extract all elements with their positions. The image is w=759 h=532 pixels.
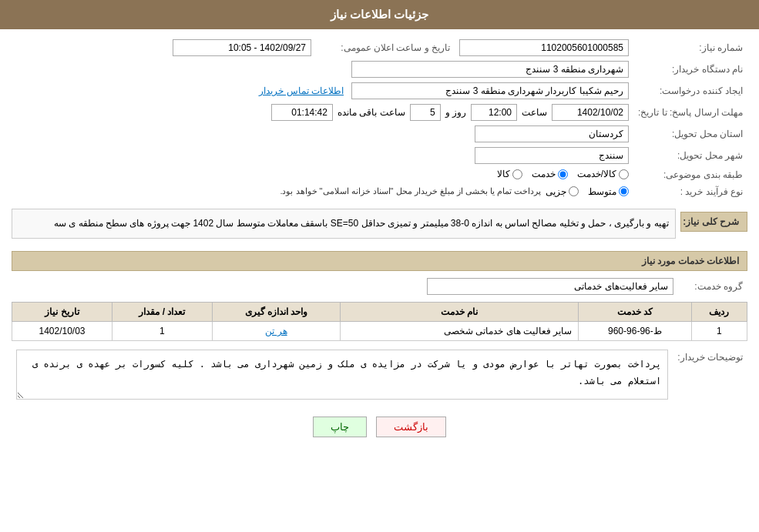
announce-date-cell: 1402/09/27 - 10:05 (12, 37, 316, 59)
announce-date-value: 1402/09/27 - 10:05 (173, 39, 311, 56)
label-creator: ایجاد کننده درخواست: (633, 80, 747, 102)
th-code: کد خدمت (579, 303, 691, 322)
province-value: کردستان (475, 125, 629, 142)
service-group-row: گروه خدمت: سایر فعالیت‌های خدماتی (12, 276, 747, 297)
th-row-num: ردیف (691, 303, 747, 322)
category-option-kala-khedmat[interactable]: کالا/خدمت (577, 169, 629, 179)
buttons-row: بازگشت چاپ (12, 409, 747, 450)
category-radio-khedmat[interactable] (558, 169, 568, 179)
deadline-row-flex: 1402/10/02 ساعت 12:00 روز و 5 ساعت باقی … (16, 104, 629, 121)
services-table-head: ردیف کد خدمت نام خدمت واحد اندازه گیری ت… (12, 303, 747, 322)
label-need-number: شماره نیاز: (633, 37, 747, 59)
creator-cell: رحیم شکیبا کاربردار شهرداری منطقه 3 سنند… (12, 80, 633, 102)
category-label-kala: کالا (497, 169, 510, 179)
th-quantity: تعداد / مقدار (112, 303, 212, 322)
deadline-date-value: 1402/10/02 (552, 104, 629, 121)
purchase-type-option-motavasset[interactable]: متوسط (588, 186, 629, 197)
label-purchase-type: نوع فرآیند خرید : (633, 184, 747, 199)
purchase-type-note: پرداخت تمام یا بخشی از مبلغ خریدار محل "… (280, 186, 541, 196)
category-option-kala[interactable]: کالا (497, 169, 522, 179)
category-label-kala-khedmat: کالا/خدمت (577, 169, 616, 179)
label-buyer-org: نام دستگاه خریدار: (633, 59, 747, 80)
deadline-time-value: 12:00 (471, 104, 517, 121)
deadline-remaining-label: ساعت باقی مانده (338, 107, 405, 118)
purchase-type-cell: متوسط جزیی پرداخت تمام یا بخشی از مبلغ خ… (12, 184, 633, 199)
page-wrapper: جزئیات اطلاعات نیاز شماره نیاز: 11020056… (0, 0, 759, 532)
cell-date: 1402/10/03 (12, 322, 113, 341)
service-group-value: سایر فعالیت‌های خدماتی (427, 278, 673, 295)
deadline-remaining-value: 01:14:42 (271, 104, 333, 121)
row-province: استان محل تحویل: کردستان (12, 123, 747, 145)
row-purchase-type: نوع فرآیند خرید : متوسط جزیی (12, 184, 747, 199)
purchase-type-radio-jozi[interactable] (569, 186, 579, 196)
main-content: شماره نیاز: 1102005601000585 تاریخ و ساع… (0, 29, 759, 457)
row-need-number: شماره نیاز: 1102005601000585 تاریخ و ساع… (12, 37, 747, 59)
need-number-cell: 1102005601000585 (455, 37, 633, 59)
row-category: طبقه بندی موضوعی: کالا/خدمت خدمت (12, 166, 747, 184)
services-table: ردیف کد خدمت نام خدمت واحد اندازه گیری ت… (12, 302, 747, 341)
header-title: جزئیات اطلاعات نیاز (331, 8, 428, 21)
category-radio-kala-khedmat[interactable] (619, 169, 629, 179)
cell-unit: هر تن (212, 322, 340, 341)
service-group-label: گروه خدمت: (678, 276, 747, 297)
th-name: نام خدمت (341, 303, 579, 322)
need-number-value: 1102005601000585 (459, 39, 629, 56)
main-info-table: شماره نیاز: 1102005601000585 تاریخ و ساع… (12, 37, 747, 199)
label-city: شهر محل تحویل: (633, 145, 747, 166)
services-table-body: 1 ط-96-96-960 سایر فعالیت های خدماتی شخص… (12, 322, 747, 341)
province-cell: کردستان (12, 123, 633, 145)
services-section-title: اطلاعات خدمات مورد نیاز (12, 251, 747, 271)
purchase-type-option-jozi[interactable]: جزیی (546, 186, 579, 197)
buyer-notes-row: توضیحات خریدار: (12, 347, 747, 404)
page-header: جزئیات اطلاعات نیاز (0, 0, 759, 29)
purchase-type-row: متوسط جزیی پرداخت تمام یا بخشی از مبلغ خ… (16, 186, 629, 197)
row-city: شهر محل تحویل: سنندج (12, 145, 747, 166)
label-province: استان محل تحویل: (633, 123, 747, 145)
label-deadline: مهلت ارسال پاسخ: تا تاریخ: (633, 102, 747, 123)
print-button[interactable]: چاپ (313, 417, 367, 437)
city-cell: سنندج (12, 145, 633, 166)
row-deadline: مهلت ارسال پاسخ: تا تاریخ: 1402/10/02 سا… (12, 102, 747, 123)
label-announce-date: تاریخ و ساعت اعلان عمومی: (316, 37, 455, 59)
purchase-type-label-jozi: جزیی (546, 186, 566, 197)
cell-quantity: 1 (112, 322, 212, 341)
category-label-khedmat: خدمت (532, 169, 556, 179)
deadline-time-label: ساعت (522, 107, 547, 118)
unit-link[interactable]: هر تن (265, 326, 287, 336)
buyer-notes-textarea[interactable] (16, 350, 668, 400)
buyer-notes-table: توضیحات خریدار: (12, 347, 747, 404)
deadline-day-label: روز و (445, 107, 466, 118)
cell-row-num: 1 (691, 322, 747, 341)
row-buyer-org: نام دستگاه خریدار: شهرداری منطقه 3 سنندج (12, 59, 747, 80)
th-unit: واحد اندازه گیری (212, 303, 340, 322)
back-button[interactable]: بازگشت (376, 417, 446, 437)
need-description-text: تهیه و بارگیری ، حمل و تخلیه مصالح اساس … (12, 209, 676, 239)
buyer-org-value: شهرداری منطقه 3 سنندج (351, 61, 629, 78)
cell-name: سایر فعالیت های خدماتی شخصی (341, 322, 579, 341)
service-group-table: گروه خدمت: سایر فعالیت‌های خدماتی (12, 276, 747, 297)
category-cell: کالا/خدمت خدمت کالا (12, 166, 633, 184)
category-radio-kala[interactable] (512, 169, 522, 179)
purchase-type-radio-motavasset[interactable] (619, 186, 629, 196)
purchase-type-label-motavasset: متوسط (588, 186, 616, 197)
table-row: 1 ط-96-96-960 سایر فعالیت های خدماتی شخص… (12, 322, 747, 341)
services-header-row: ردیف کد خدمت نام خدمت واحد اندازه گیری ت… (12, 303, 747, 322)
category-option-khedmat[interactable]: خدمت (532, 169, 568, 179)
category-radio-group: کالا/خدمت خدمت کالا (497, 169, 629, 179)
need-description-row: شرح کلی نیاز: تهیه و بارگیری ، حمل و تخل… (12, 204, 747, 244)
service-group-cell: سایر فعالیت‌های خدماتی (12, 276, 678, 297)
need-description-label: شرح کلی نیاز: (680, 212, 747, 232)
row-creator: ایجاد کننده درخواست: رحیم شکیبا کاربردار… (12, 80, 747, 102)
city-value: سنندج (475, 147, 629, 164)
deadline-cell: 1402/10/02 ساعت 12:00 روز و 5 ساعت باقی … (12, 102, 633, 123)
creator-contact-link[interactable]: اطلاعات تماس خریدار (259, 85, 344, 96)
label-category: طبقه بندی موضوعی: (633, 166, 747, 184)
deadline-days-value: 5 (410, 104, 441, 121)
th-date: تاریخ نیاز (12, 303, 113, 322)
buyer-notes-label: توضیحات خریدار: (673, 347, 747, 404)
creator-value: رحیم شکیبا کاربردار شهرداری منطقه 3 سنند… (351, 82, 629, 99)
purchase-type-radio-group: متوسط جزیی (546, 186, 629, 197)
buyer-org-cell: شهرداری منطقه 3 سنندج (12, 59, 633, 80)
cell-code: ط-96-96-960 (579, 322, 691, 341)
buyer-notes-cell (12, 347, 673, 404)
